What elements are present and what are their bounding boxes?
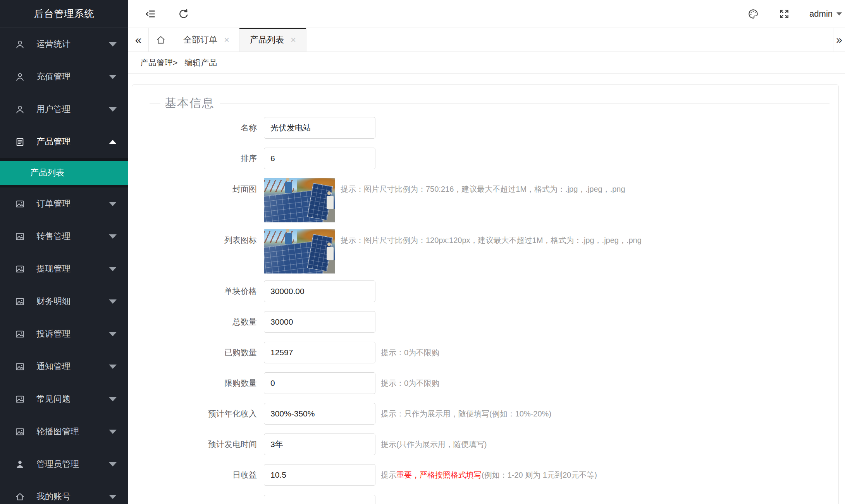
top-header: admin	[128, 0, 845, 28]
sidebar-item-faq[interactable]: 常见问题	[0, 383, 128, 415]
cover-image-preview[interactable]	[264, 178, 335, 222]
home-icon	[15, 492, 25, 502]
refresh-button[interactable]	[178, 8, 189, 20]
chevron-down-icon	[109, 462, 117, 466]
sort-input[interactable]	[264, 148, 375, 169]
limit-qty-hint: 提示：0为不限购	[381, 372, 439, 394]
list-icon-image-preview[interactable]	[264, 229, 335, 274]
unit-price-input[interactable]	[264, 280, 375, 302]
chevron-down-icon	[109, 332, 117, 336]
chevron-down-icon	[109, 75, 117, 79]
form-row-gen-time: 预计发电时间 提示(只作为展示用，随便填写)	[132, 433, 838, 455]
palette-icon	[747, 8, 759, 20]
tab-home[interactable]	[149, 28, 173, 52]
sidebar: 后台管理系统 运营统计 充值管理 用户管理 产品	[0, 0, 128, 504]
breadcrumb-parent: 产品管理>	[140, 57, 177, 68]
purchased-qty-input[interactable]	[264, 342, 375, 363]
sidebar-item-withdrawals[interactable]: 提现管理	[0, 253, 128, 285]
form-row-list-icon: 列表图标 提示：图片尺寸比例为：120px:120px，建议最大不超过1M，格式…	[132, 229, 838, 274]
sidebar-item-users[interactable]: 用户管理	[0, 93, 128, 126]
image-icon	[15, 264, 25, 274]
total-qty-input[interactable]	[264, 311, 375, 333]
limit-qty-label: 限购数量	[132, 372, 257, 394]
user-menu[interactable]: admin	[809, 9, 842, 19]
sidebar-item-operations-stats[interactable]: 运营统计	[0, 28, 128, 60]
name-input[interactable]	[264, 117, 375, 139]
unit-price-label: 单块价格	[132, 280, 257, 302]
image-icon	[15, 394, 25, 404]
gen-time-label: 预计发电时间	[132, 433, 257, 455]
chevron-up-icon	[109, 140, 117, 144]
breadcrumb: 产品管理> 编辑产品	[128, 52, 845, 74]
products-submenu: 产品列表	[0, 158, 128, 187]
next-field-input[interactable]	[264, 495, 375, 504]
sidebar-item-recharge[interactable]: 充值管理	[0, 60, 128, 93]
annual-return-input[interactable]	[264, 403, 375, 425]
annual-return-hint: 提示：只作为展示用，随便填写(例如：10%-20%)	[381, 403, 551, 425]
form-row-next-partial	[132, 495, 838, 504]
tab-bar: « 全部订单 × 产品列表 × »	[128, 28, 845, 52]
form-row-name: 名称	[132, 117, 838, 139]
form-row-total-qty: 总数量	[132, 311, 838, 333]
menu-fold-icon	[145, 8, 156, 20]
image-icon	[15, 231, 25, 242]
sidebar-item-products[interactable]: 产品管理	[0, 126, 128, 158]
chevron-down-icon	[109, 495, 117, 499]
sidebar-fold-button[interactable]	[145, 8, 156, 20]
sidebar-item-resale[interactable]: 转售管理	[0, 220, 128, 253]
purchased-qty-hint: 提示：0为不限购	[381, 342, 439, 363]
sidebar-item-carousel[interactable]: 轮播图管理	[0, 415, 128, 448]
chevron-down-icon	[109, 365, 117, 369]
tabs-scroll-right-button[interactable]: »	[833, 28, 845, 52]
total-qty-label: 总数量	[132, 311, 257, 333]
sidebar-item-product-list[interactable]: 产品列表	[0, 161, 128, 185]
admin-app: 后台管理系统 运营统计 充值管理 用户管理 产品	[0, 0, 845, 504]
sidebar-item-my-account[interactable]: 我的账号	[0, 480, 128, 504]
tabs-scroll-left-button[interactable]: «	[128, 28, 149, 52]
daily-income-label: 日收益	[132, 464, 257, 486]
fullscreen-button[interactable]	[778, 8, 790, 20]
user-icon	[15, 39, 25, 50]
refresh-icon	[178, 8, 189, 20]
sidebar-item-notifications[interactable]: 通知管理	[0, 350, 128, 383]
list-icon-label: 列表图标	[132, 229, 257, 251]
form-row-limit-qty: 限购数量 提示：0为不限购	[132, 372, 838, 394]
theme-button[interactable]	[747, 8, 759, 20]
daily-income-input[interactable]	[264, 464, 375, 486]
image-icon	[15, 296, 25, 307]
sidebar-item-orders[interactable]: 订单管理	[0, 187, 128, 220]
tab-product-list[interactable]: 产品列表 ×	[240, 28, 306, 52]
chevron-down-icon	[109, 107, 117, 112]
section-title: 基本信息	[165, 95, 214, 111]
gen-time-input[interactable]	[264, 433, 375, 455]
purchased-qty-label: 已购数量	[132, 342, 257, 363]
fullscreen-icon	[778, 8, 790, 20]
sort-label: 排序	[132, 148, 257, 169]
chevron-down-icon	[109, 202, 117, 206]
sidebar-item-finance-detail[interactable]: 财务明细	[0, 285, 128, 318]
thumb-worker	[327, 247, 334, 260]
sidebar-item-admins[interactable]: 管理员管理	[0, 448, 128, 480]
tab-all-orders[interactable]: 全部订单 ×	[173, 28, 240, 52]
file-text-icon	[15, 137, 25, 147]
sidebar-item-complaints[interactable]: 投诉管理	[0, 318, 128, 350]
thumb-worker	[285, 233, 292, 244]
image-icon	[15, 329, 25, 339]
chevron-down-icon	[109, 267, 117, 271]
close-icon[interactable]: ×	[291, 35, 296, 45]
image-icon	[15, 199, 25, 209]
form-row-sort: 排序	[132, 148, 838, 169]
name-label: 名称	[132, 117, 257, 139]
form-row-annual-return: 预计年化收入 提示：只作为展示用，随便填写(例如：10%-20%)	[132, 403, 838, 425]
limit-qty-input[interactable]	[264, 372, 375, 394]
form-row-purchased-qty: 已购数量 提示：0为不限购	[132, 342, 838, 363]
cover-hint: 提示：图片尺寸比例为：750:216，建议最大不超过1M，格式为：.jpg，.j…	[341, 178, 625, 200]
annual-return-label: 预计年化收入	[132, 403, 257, 425]
chevron-down-icon	[109, 42, 117, 46]
chevron-down-icon	[836, 12, 842, 15]
section-basic-info: 基本信息	[132, 96, 838, 110]
image-icon	[15, 361, 25, 372]
cover-label: 封面图	[132, 178, 257, 200]
chevron-down-icon	[109, 299, 117, 304]
close-icon[interactable]: ×	[224, 35, 229, 45]
